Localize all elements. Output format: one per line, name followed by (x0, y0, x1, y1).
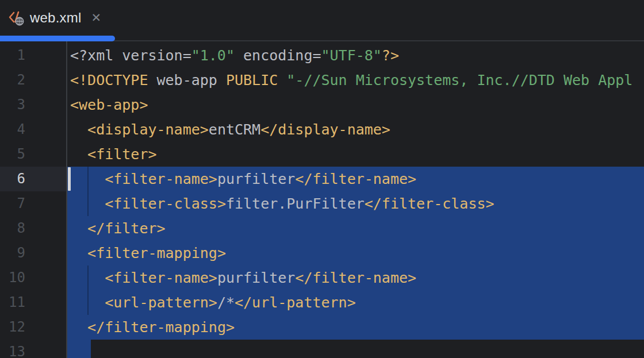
code-token: "UTF-8" (321, 47, 382, 64)
code-token: purfilter (217, 171, 295, 187)
indent-guide (87, 191, 89, 216)
code-area[interactable]: <?xml version="1.0" encoding="UTF-8"?><!… (67, 41, 644, 358)
editor-tab-bar: web.xml ✕ (0, 0, 644, 41)
code-token (70, 121, 87, 138)
code-line[interactable]: <filter-class>filter.PurFilter</filter-c… (67, 191, 644, 216)
active-tab-indicator (0, 36, 115, 41)
code-line[interactable]: <filter> (67, 142, 644, 167)
indent-guide (87, 265, 89, 290)
line-number[interactable]: 5 (0, 142, 66, 167)
code-token: </filter-mapping> (87, 319, 235, 336)
line-number[interactable]: 9 (0, 241, 66, 265)
code-token: </filter-name> (295, 270, 416, 286)
code-token: </filter> (87, 220, 165, 237)
indent-guide (87, 290, 89, 315)
code-token: <url-pattern> (105, 294, 217, 311)
code-token (70, 245, 87, 261)
code-line[interactable] (67, 340, 644, 358)
line-number[interactable]: 12 (0, 315, 66, 340)
code-token: filter.PurFilter (226, 195, 365, 212)
code-token: </filter-class> (365, 195, 494, 212)
code-line[interactable]: </filter> (67, 216, 644, 241)
code-token: PUBLIC (226, 72, 278, 88)
line-number[interactable]: 10 (0, 265, 66, 290)
code-token: <filter-name> (105, 270, 217, 286)
code-token: encoding= (235, 47, 321, 64)
line-number[interactable]: 7 (0, 191, 66, 216)
code-token (70, 220, 87, 237)
code-token: "-//Sun Microsystems, Inc.//DTD Web Appl (278, 72, 632, 88)
code-token: <display-name> (87, 121, 209, 138)
tab-web-xml[interactable]: web.xml ✕ (0, 0, 115, 36)
line-number[interactable]: 3 (0, 93, 66, 117)
code-line[interactable]: </filter-mapping> (67, 315, 644, 340)
line-number[interactable]: 4 (0, 117, 66, 142)
code-line[interactable]: <display-name>entCRM</display-name> (67, 117, 644, 142)
code-token: </url-pattern> (235, 294, 356, 311)
line-number[interactable]: 8 (0, 216, 66, 241)
code-line[interactable]: <filter-name>purfilter</filter-name> (67, 167, 644, 191)
line-number[interactable]: 2 (0, 68, 66, 93)
code-token: /* (217, 294, 235, 311)
code-line[interactable]: <filter-mapping> (67, 241, 644, 265)
code-token (70, 319, 87, 336)
code-token: <filter-mapping> (87, 245, 226, 261)
text-caret (68, 167, 71, 191)
code-token: <filter-class> (105, 195, 226, 212)
code-token: <web-app> (70, 97, 148, 113)
line-number[interactable]: 6 (0, 167, 66, 191)
code-token (70, 146, 87, 163)
line-number[interactable]: 13 (0, 340, 66, 358)
indent-guide (87, 167, 89, 191)
code-token: </display-name> (260, 121, 390, 138)
tab-title: web.xml (30, 10, 81, 26)
code-line[interactable]: <?xml version="1.0" encoding="UTF-8"?> (67, 43, 644, 68)
line-number[interactable]: 1 (0, 43, 66, 68)
line-number[interactable]: 11 (0, 290, 66, 315)
editor: 12345678910111213 <?xml version="1.0" en… (0, 41, 644, 358)
xml-file-icon (7, 9, 25, 26)
code-line[interactable]: <filter-name>purfilter</filter-name> (67, 265, 644, 290)
code-line[interactable]: <!DOCTYPE web-app PUBLIC "-//Sun Microsy… (67, 68, 644, 93)
editor-gutter: 12345678910111213 (0, 41, 67, 358)
code-token: </filter-name> (295, 171, 416, 187)
code-token: ?> (382, 47, 399, 64)
code-token: <!DOCTYPE (70, 72, 148, 88)
code-token: <filter> (87, 146, 156, 163)
code-line[interactable]: <web-app> (67, 93, 644, 117)
code-token: web-app (148, 72, 225, 88)
tab-close-icon[interactable]: ✕ (91, 12, 101, 24)
code-token: entCRM (209, 121, 260, 138)
code-token: <?xml version= (70, 47, 191, 64)
code-token: <filter-name> (105, 171, 217, 187)
code-line[interactable]: <url-pattern>/*</url-pattern> (67, 290, 644, 315)
code-token: "1.0" (191, 47, 235, 64)
code-token: purfilter (217, 270, 295, 286)
